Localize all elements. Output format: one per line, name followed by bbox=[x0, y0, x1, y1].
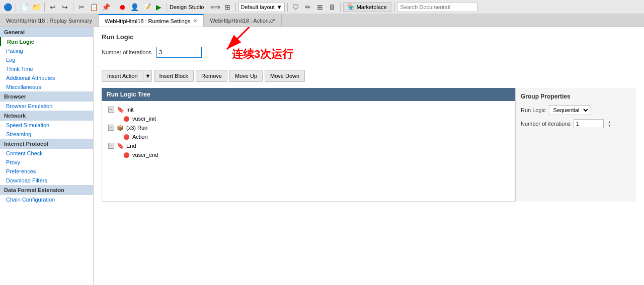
sidebar-item-think-time[interactable]: Think Time bbox=[0, 64, 93, 73]
tree-node-init[interactable]: − 🔖 Init bbox=[106, 105, 511, 114]
tab-bar: WebHttpHtml18 : Replay Summary WebHttpHt… bbox=[0, 14, 644, 27]
move-up-button[interactable]: Move Up bbox=[229, 70, 263, 82]
layout-label: Default layout bbox=[241, 4, 275, 10]
marketplace-label: Marketplace bbox=[357, 4, 387, 10]
tab-runtime-settings-close-icon[interactable]: ✕ bbox=[193, 18, 197, 24]
init-label: Init bbox=[126, 107, 134, 113]
run-icon[interactable]: ▶ bbox=[153, 2, 164, 13]
init-icon: 🔖 bbox=[116, 106, 124, 113]
main-toolbar: 🔵 📄 📁 ↩ ↪ ✂ 📋 📌 ⏺ 👤 📝 ▶ Design Studio ⟺ … bbox=[0, 0, 644, 14]
sidebar-item-pacing[interactable]: Pacing bbox=[0, 46, 93, 55]
record-icon[interactable]: ⏺ bbox=[117, 2, 128, 13]
sidebar-item-chain-configuration[interactable]: Chain Configuration bbox=[0, 195, 93, 204]
tab-runtime-settings[interactable]: WebHttpHtml18 : Runtime Settings ✕ bbox=[99, 14, 204, 27]
sidebar-item-preferences[interactable]: Preferences bbox=[0, 167, 93, 176]
step-icon[interactable]: ⊞ bbox=[222, 2, 233, 13]
insert-action-button[interactable]: Insert Action bbox=[102, 70, 143, 82]
design-studio-label: Design Studio bbox=[170, 4, 204, 10]
sidebar-item-download-filters[interactable]: Download Filters bbox=[0, 176, 93, 185]
tree-node-run[interactable]: − 📦 (x3) Run bbox=[106, 123, 511, 132]
grid-icon[interactable]: ⊞ bbox=[314, 2, 326, 13]
flow-icon[interactable]: ⟺ bbox=[210, 2, 221, 13]
action-label: Action bbox=[132, 134, 148, 140]
separator-6 bbox=[207, 3, 207, 12]
separator-7 bbox=[235, 3, 236, 12]
remove-button[interactable]: Remove bbox=[196, 70, 227, 82]
copy-icon[interactable]: 📋 bbox=[88, 2, 99, 13]
insert-action-dropdown-button[interactable]: ▼ bbox=[143, 70, 151, 82]
sidebar-item-streaming[interactable]: Streaming bbox=[0, 130, 93, 139]
iterations-props-row: Number of iterations ▲ ▼ bbox=[521, 119, 631, 128]
move-down-button[interactable]: Move Down bbox=[265, 70, 305, 82]
sidebar-item-speed-simulation[interactable]: Speed Simulation bbox=[0, 121, 93, 130]
dropdown-arrow-icon: ▼ bbox=[277, 4, 282, 10]
tree-node-action[interactable]: 🔴 Action bbox=[106, 132, 511, 141]
main-layout: General Run Logic Pacing Log Think Time … bbox=[0, 27, 644, 285]
separator-9 bbox=[340, 3, 341, 12]
group-properties-panel: Group Properties Run Logic Sequential Ra… bbox=[515, 88, 636, 202]
sidebar-item-additional-attributes[interactable]: Additional Attributes bbox=[0, 73, 93, 82]
run-logic-props-label: Run Logic bbox=[521, 107, 546, 113]
vuser-end-label: vuser_end bbox=[132, 152, 158, 158]
tab-action[interactable]: WebHttpHtml18 : Action.c* bbox=[204, 14, 281, 27]
open-icon[interactable]: 📁 bbox=[31, 2, 42, 13]
cut-icon[interactable]: ✂ bbox=[76, 2, 87, 13]
run-label: (x3) Run bbox=[126, 125, 147, 131]
sidebar-item-browser-emulation[interactable]: Browser Emulation bbox=[0, 102, 93, 111]
sidebar-item-log[interactable]: Log bbox=[0, 55, 93, 64]
script-icon-vuser-end: 🔴 bbox=[122, 151, 130, 158]
marketplace-icon: 🏪 bbox=[348, 4, 355, 10]
tab-action-label: WebHttpHtml18 : Action.c* bbox=[210, 18, 275, 24]
script-icon-vuser-init: 🔴 bbox=[122, 115, 130, 122]
iterations-props-input[interactable] bbox=[574, 119, 604, 128]
undo-icon[interactable]: ↩ bbox=[47, 2, 58, 13]
separator-8 bbox=[287, 3, 288, 12]
iterations-label: Number of iterations bbox=[102, 49, 151, 55]
separator-5 bbox=[167, 3, 167, 12]
separator-1 bbox=[16, 3, 16, 12]
tree-node-vuser-init[interactable]: 🔴 vuser_init bbox=[106, 114, 511, 123]
tree-node-vuser-end[interactable]: 🔴 vuser_end bbox=[106, 150, 511, 159]
search-input[interactable] bbox=[397, 2, 477, 12]
separator-3 bbox=[73, 3, 73, 12]
monitor-icon[interactable]: 🖥 bbox=[327, 2, 338, 13]
dropdown-arrow-icon: ▼ bbox=[145, 73, 151, 79]
insert-block-button[interactable]: Insert Block bbox=[154, 70, 194, 82]
sidebar-item-content-check[interactable]: Content Check bbox=[0, 149, 93, 158]
spinner-down-icon[interactable]: ▼ bbox=[608, 124, 611, 127]
sidebar-section-internet-protocol: Internet Protocol bbox=[0, 139, 93, 149]
layout-dropdown[interactable]: Default layout ▼ bbox=[238, 2, 285, 12]
sidebar-item-run-logic[interactable]: Run Logic bbox=[0, 37, 93, 46]
tree-toggle-run[interactable]: − bbox=[108, 125, 114, 131]
shield-icon[interactable]: 🛡 bbox=[290, 2, 301, 13]
tree-node-end[interactable]: − 🔖 End bbox=[106, 141, 511, 150]
action-toolbar: Insert Action ▼ Insert Block Remove Move… bbox=[102, 70, 636, 82]
sidebar-section-browser: Browser bbox=[0, 91, 93, 102]
redo-icon[interactable]: ↪ bbox=[59, 2, 70, 13]
sidebar: General Run Logic Pacing Log Think Time … bbox=[0, 27, 94, 285]
paste-icon[interactable]: 📌 bbox=[100, 2, 111, 13]
sidebar-item-proxy[interactable]: Proxy bbox=[0, 158, 93, 167]
iterations-props-label: Number of iterations bbox=[521, 121, 571, 127]
sidebar-item-miscellaneous[interactable]: Miscellaneous bbox=[0, 82, 93, 91]
script-icon[interactable]: 📝 bbox=[141, 2, 152, 13]
sidebar-section-general: General bbox=[0, 27, 93, 37]
sidebar-section-network: Network bbox=[0, 111, 93, 121]
app-icon: 🔵 bbox=[2, 2, 13, 13]
run-icon: 📦 bbox=[116, 124, 124, 131]
vuser-icon[interactable]: 👤 bbox=[129, 2, 140, 13]
new-icon[interactable]: 📄 bbox=[19, 2, 30, 13]
run-logic-tree-section: Run Logic Tree − 🔖 Init 🔴 bbox=[102, 88, 515, 202]
separator-2 bbox=[44, 3, 45, 12]
pen-icon[interactable]: ✏ bbox=[302, 2, 313, 13]
tree-toggle-init[interactable]: − bbox=[108, 107, 114, 113]
marketplace-button[interactable]: 🏪 Marketplace bbox=[343, 2, 391, 12]
tree-toggle-end[interactable]: − bbox=[108, 143, 114, 149]
content-area: Run Logic Number of iterations bbox=[94, 27, 644, 285]
tab-replay-summary-label: WebHttpHtml18 : Replay Summary bbox=[6, 18, 92, 24]
tab-replay-summary[interactable]: WebHttpHtml18 : Replay Summary bbox=[0, 14, 99, 27]
iterations-spinner[interactable]: ▲ ▼ bbox=[608, 120, 611, 127]
spinner-up-icon[interactable]: ▲ bbox=[608, 120, 611, 124]
end-label: End bbox=[126, 143, 136, 149]
run-logic-select[interactable]: Sequential Random bbox=[549, 105, 590, 115]
